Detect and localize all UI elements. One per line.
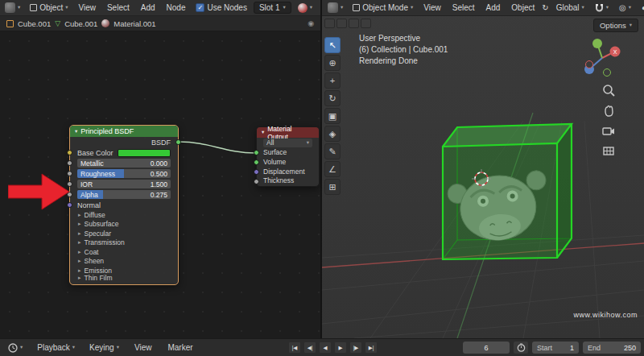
cursor-tool[interactable]: ⊕ bbox=[324, 55, 341, 71]
chevron-down-icon: ▾ bbox=[630, 23, 632, 28]
material-preview-dropdown[interactable]: ▾ bbox=[295, 3, 316, 13]
material-output-node[interactable]: ▾ Material Output All ▾ Surface Volume D… bbox=[256, 126, 320, 187]
menu-select[interactable]: Select bbox=[103, 3, 134, 12]
section-specular[interactable]: ▸ Specular bbox=[70, 229, 178, 238]
menu-add[interactable]: Add bbox=[137, 3, 159, 12]
breadcrumb-object[interactable]: Cube.001 bbox=[18, 19, 51, 28]
section-sheen[interactable]: ▸ Sheen bbox=[70, 257, 178, 267]
gizmo-y-axis[interactable] bbox=[592, 39, 602, 48]
collapse-icon[interactable]: ▾ bbox=[75, 129, 77, 135]
shader-editor: ▾ Object ▾ View Select Add Node ✓ Use No… bbox=[0, 0, 320, 338]
use-nodes-toggle[interactable]: ✓ Use Nodes bbox=[192, 3, 250, 12]
play-button[interactable]: ▶ bbox=[334, 342, 347, 354]
menu-add[interactable]: Add bbox=[482, 3, 505, 12]
output-target-dropdown[interactable]: All ▾ bbox=[263, 139, 312, 147]
chevron-down-icon: ▾ bbox=[65, 5, 68, 10]
ior-slider[interactable]: IOR 1.500 bbox=[77, 180, 171, 188]
material-output-header[interactable]: ▾ Material Output bbox=[257, 127, 319, 138]
editor-type-button[interactable]: ▾ bbox=[5, 343, 26, 353]
camera-view-icon[interactable] bbox=[602, 124, 615, 137]
shading-mode-group[interactable]: ◐ ○ bbox=[638, 3, 644, 12]
annotate-tool[interactable]: ✎ bbox=[324, 143, 341, 159]
cube-object[interactable] bbox=[443, 124, 572, 259]
section-transmission[interactable]: ▸ Transmission bbox=[70, 238, 178, 248]
base-color-swatch[interactable] bbox=[118, 149, 171, 157]
timeline-marker-menu[interactable]: Marker bbox=[163, 343, 196, 352]
pin-icon[interactable]: ◉ bbox=[308, 19, 314, 27]
tool-settings-icon[interactable] bbox=[361, 19, 371, 28]
surface-socket[interactable] bbox=[254, 150, 259, 155]
zoom-icon[interactable] bbox=[602, 84, 615, 97]
rotate-tool[interactable]: ↻ bbox=[324, 90, 341, 106]
editor-type-button[interactable]: ▾ bbox=[2, 2, 23, 13]
jump-to-end-button[interactable]: ▶| bbox=[365, 342, 378, 354]
alpha-row: Alpha 0.275 bbox=[70, 189, 178, 200]
displacement-socket[interactable] bbox=[254, 169, 259, 175]
pan-hand-icon[interactable] bbox=[602, 104, 615, 117]
metallic-socket[interactable] bbox=[67, 160, 72, 166]
editor-type-button[interactable]: ▾ bbox=[324, 2, 346, 13]
prev-keyframe-button[interactable]: ◀| bbox=[303, 342, 316, 354]
stopwatch-icon bbox=[517, 343, 526, 352]
chevron-down-icon: ▾ bbox=[283, 5, 285, 10]
add-cube-tool[interactable]: ⊞ bbox=[324, 179, 341, 195]
measure-tool[interactable]: ∠ bbox=[324, 161, 341, 177]
proportional-edit-dropdown[interactable]: ◎ ▾ bbox=[616, 3, 634, 12]
base-color-socket[interactable] bbox=[67, 150, 72, 155]
principled-bsdf-node[interactable]: ▾ Principled BSDF BSDF Base Color Metall… bbox=[69, 125, 179, 285]
current-frame-field[interactable]: 6 bbox=[463, 342, 510, 354]
scale-tool[interactable]: ▣ bbox=[324, 108, 341, 124]
collapse-icon[interactable]: ▾ bbox=[262, 130, 264, 135]
gizmo-minus-x-axis[interactable] bbox=[586, 61, 593, 68]
navigation-gizmo[interactable]: X bbox=[578, 34, 626, 82]
frame-end-field[interactable]: End 250 bbox=[583, 342, 641, 354]
tool-settings-icon[interactable] bbox=[336, 19, 347, 28]
mode-dropdown[interactable]: Object Mode ▾ bbox=[349, 3, 416, 12]
breadcrumb-mesh[interactable]: Cube.001 bbox=[64, 19, 97, 28]
tool-settings-icon[interactable] bbox=[349, 19, 359, 28]
section-thin-film[interactable]: ▸ Thin Film bbox=[70, 275, 178, 285]
roughness-slider[interactable]: Roughness 0.500 bbox=[77, 169, 171, 178]
gizmo-minus-y-axis[interactable] bbox=[604, 69, 611, 77]
section-coat[interactable]: ▸ Coat bbox=[70, 247, 178, 257]
volume-socket[interactable] bbox=[254, 159, 259, 165]
thickness-input-row: Thickness bbox=[257, 176, 319, 186]
tool-settings-icon[interactable] bbox=[324, 19, 335, 28]
section-subsurface[interactable]: ▸ Subsurface bbox=[70, 220, 178, 230]
principled-node-header[interactable]: ▾ Principled BSDF bbox=[70, 126, 178, 137]
orientation-dropdown[interactable]: Global ▾ bbox=[553, 3, 588, 12]
snap-dropdown[interactable]: ▾ bbox=[592, 3, 612, 12]
viewport-3d[interactable]: ▾ Object Mode ▾ View Select Add Object ↻… bbox=[322, 0, 644, 338]
breadcrumb-material[interactable]: Material.001 bbox=[114, 19, 155, 28]
select-box-tool[interactable]: ↖ bbox=[324, 37, 341, 53]
play-reverse-button[interactable]: ◀ bbox=[319, 342, 332, 354]
metallic-slider[interactable]: Metallic 0.000 bbox=[77, 159, 171, 168]
preview-range-button[interactable] bbox=[514, 342, 528, 354]
bsdf-output-socket[interactable] bbox=[175, 139, 181, 145]
playback-menu[interactable]: Playback ▾ bbox=[34, 343, 78, 352]
pivot-icon[interactable]: ↻ bbox=[542, 3, 548, 12]
menu-view[interactable]: View bbox=[74, 3, 100, 12]
active-collection-label: (6) Collection | Cube.001 bbox=[359, 44, 448, 56]
frame-start-field[interactable]: Start 1 bbox=[532, 342, 579, 354]
menu-object[interactable]: Object bbox=[507, 3, 539, 12]
options-button[interactable]: Options ▾ bbox=[593, 19, 638, 32]
next-keyframe-button[interactable]: |▶ bbox=[349, 342, 362, 354]
material-slot-dropdown[interactable]: Slot 1 ▾ bbox=[254, 2, 291, 14]
ior-row: IOR 1.500 bbox=[70, 179, 178, 189]
move-tool[interactable]: + bbox=[324, 72, 341, 89]
thickness-socket[interactable] bbox=[254, 179, 259, 184]
menu-select[interactable]: Select bbox=[448, 3, 479, 12]
toggle-ortho-icon[interactable] bbox=[602, 144, 615, 157]
transform-tool[interactable]: ◈ bbox=[324, 126, 341, 142]
expand-icon: ▸ bbox=[78, 258, 81, 264]
jump-to-start-button[interactable]: |◀ bbox=[288, 342, 301, 354]
menu-node[interactable]: Node bbox=[163, 3, 190, 12]
section-diffuse[interactable]: ▸ Diffuse bbox=[70, 210, 178, 220]
timeline-view-menu[interactable]: View bbox=[130, 343, 156, 352]
menu-view[interactable]: View bbox=[419, 3, 445, 12]
keying-menu[interactable]: Keying ▾ bbox=[86, 343, 122, 352]
alpha-slider[interactable]: Alpha 0.275 bbox=[77, 190, 171, 199]
annotation-arrow bbox=[8, 168, 76, 216]
shader-type-dropdown[interactable]: Object ▾ bbox=[27, 3, 71, 12]
